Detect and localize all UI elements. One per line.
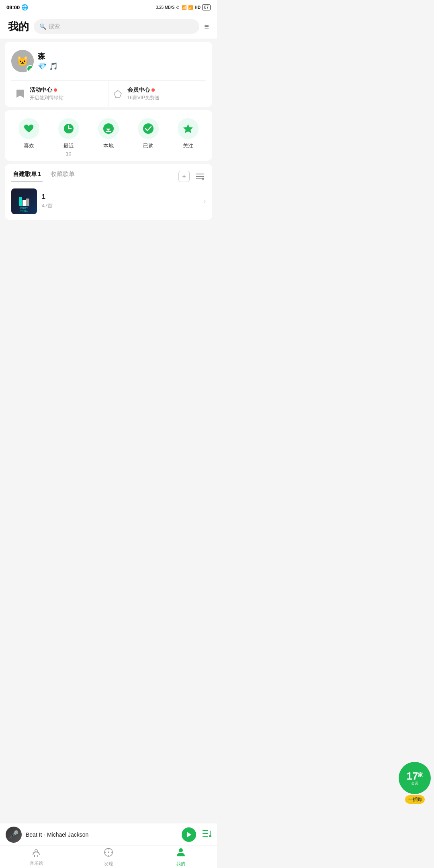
music-badge-icon: 🎵 [49, 62, 58, 71]
profile-card: 🐱 ✓ 森 💎 🎵 活动中心 [5, 42, 212, 107]
hamburger-menu-icon[interactable]: ≡ [204, 22, 209, 31]
diamond-badge-icon: 💎 [38, 62, 47, 71]
playlist-section: 自建歌单1 收藏歌单 + [5, 164, 212, 220]
search-bar[interactable]: 🔍 搜索 [34, 19, 199, 34]
action-recent[interactable]: 最近 10 [58, 118, 79, 157]
svg-point-11 [202, 178, 204, 180]
playlist-tabs: 自建歌单1 收藏歌单 + [5, 164, 212, 183]
status-indicators: 3.25 MB/S ⏱ 📶 📶 HD 87 [156, 4, 211, 10]
status-dot-icon: 🌐 [21, 4, 28, 10]
member-center-item[interactable]: 会员中心 16家VIP免费送 [109, 81, 206, 107]
activity-red-dot [54, 88, 57, 92]
playlist-item[interactable]: PARTYTROLL 1 47首 › [5, 183, 212, 220]
member-center-title: 会员中心 [127, 86, 150, 94]
tab-my-playlist[interactable]: 自建歌单1 [11, 170, 43, 182]
member-red-dot [151, 88, 155, 92]
list-view-button[interactable] [194, 171, 206, 182]
checkmark-icon [138, 118, 159, 139]
profile-menu: 活动中心 开启签到得绿钻 会员中心 16家VIP [11, 80, 206, 107]
activity-center-item[interactable]: 活动中心 开启签到得绿钻 [11, 81, 109, 107]
avatar-verified-badge: ✓ [27, 65, 34, 72]
activity-center-title: 活动中心 [30, 86, 52, 94]
battery-icon: 87 [202, 4, 211, 10]
tab-collected-playlist[interactable]: 收藏歌单 [49, 170, 76, 182]
speed-display: 3.25 MB/S [156, 5, 175, 10]
status-bar: 09:00 🌐 3.25 MB/S ⏱ 📶 📶 HD 87 [0, 0, 217, 14]
diamond-icon [112, 88, 123, 100]
playlist-cover-art: PARTYTROLL [11, 188, 37, 214]
profile-info: 森 💎 🎵 [38, 51, 58, 71]
svg-marker-7 [183, 124, 193, 133]
timer-icon: ⏱ [176, 5, 180, 10]
add-playlist-button[interactable]: + [178, 171, 190, 182]
bookmark-icon [14, 88, 26, 100]
star-icon [178, 118, 199, 139]
profile-top: 🐱 ✓ 森 💎 🎵 [11, 50, 206, 72]
header: 我的 🔍 搜索 ≡ [0, 14, 217, 39]
clock-icon [58, 118, 79, 139]
main-content: 🐱 ✓ 森 💎 🎵 活动中心 [0, 42, 217, 271]
playlist-song-count: 47首 [42, 202, 199, 209]
battery-level: 87 [204, 5, 209, 10]
action-local-label: 本地 [103, 142, 114, 149]
chevron-right-icon: › [204, 198, 206, 205]
quick-actions: 喜欢 最近 10 本地 [5, 110, 212, 161]
profile-badges: 💎 🎵 [38, 62, 58, 71]
action-purchased-label: 已购 [143, 142, 154, 149]
action-follow-label: 关注 [183, 142, 193, 149]
signal-icon: 📶 [188, 5, 193, 10]
action-like[interactable]: 喜欢 [18, 118, 39, 157]
search-placeholder: 搜索 [49, 23, 60, 30]
action-purchased[interactable]: 已购 [138, 118, 159, 157]
action-recent-count: 10 [66, 151, 71, 157]
action-local[interactable]: 本地 [98, 118, 119, 157]
wifi-icon: 📶 [182, 5, 186, 10]
playlist-info: 1 47首 [42, 193, 199, 209]
status-time: 09:00 🌐 [6, 4, 28, 10]
search-icon: 🔍 [39, 23, 46, 30]
heart-icon [18, 118, 39, 139]
action-recent-label: 最近 [63, 142, 74, 149]
download-icon [98, 118, 119, 139]
playlist-name: 1 [42, 193, 199, 201]
playlist-actions: + [178, 171, 206, 182]
activity-center-text: 活动中心 开启签到得绿钻 [30, 86, 63, 101]
time-display: 09:00 [6, 4, 20, 10]
action-like-label: 喜欢 [24, 142, 34, 149]
profile-name: 森 [38, 51, 58, 61]
member-center-subtitle: 16家VIP免费送 [127, 94, 160, 101]
svg-point-6 [143, 123, 154, 134]
action-follow[interactable]: 关注 [178, 118, 199, 157]
hd-label: HD [194, 5, 200, 10]
member-center-text: 会员中心 16家VIP免费送 [127, 86, 160, 101]
avatar[interactable]: 🐱 ✓ [11, 50, 34, 72]
page-title: 我的 [8, 20, 29, 34]
svg-marker-0 [114, 90, 121, 98]
activity-center-subtitle: 开启签到得绿钻 [30, 94, 63, 101]
